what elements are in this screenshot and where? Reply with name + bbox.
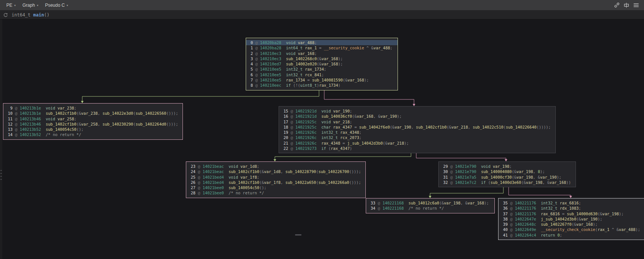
token-at: @ <box>13 127 20 132</box>
code-line[interactable]: 15 @ 14021921d void var_190; <box>283 108 551 114</box>
token-ad: 14020ba28 <box>260 40 281 45</box>
token-p: ); <box>364 78 369 82</box>
basic-block[interactable]: 9 @ 140213b1e void var_238;10 @ 140213b1… <box>3 103 183 140</box>
token-p: ); <box>338 62 343 66</box>
code-line[interactable]: 13 @ 140213b52 sub_140054c50(); <box>8 127 178 132</box>
token-ln: 30 <box>443 169 448 174</box>
token-at: @ <box>288 135 295 140</box>
code-line[interactable]: 3 @ 140210ec3 sub_1402268c0(&var_168); <box>251 56 393 61</box>
code-line[interactable]: 33 @ 140221168 sub_14012c6a0(&var_198, &… <box>371 200 490 206</box>
code-line[interactable]: 26 @ 14021bed4 sub_1402cf1b0(&var_1f8, s… <box>191 180 361 185</box>
token-v: rcx_2073 <box>340 135 359 140</box>
feature-map-mark <box>0 179 2 180</box>
code-line[interactable]: 34 @ 140221168 /* no return */ <box>371 206 490 211</box>
code-line[interactable]: 24 @ 14021beac sub_1402cf1b0(&var_1d8, s… <box>191 169 361 174</box>
token-v: rax_4347 <box>331 146 350 151</box>
token-p <box>317 130 322 135</box>
code-line[interactable]: 21 @ 14021926c rax_4348 = j_sub_14042d3b… <box>283 141 551 146</box>
horizontal-scrollbar-handle[interactable] <box>295 234 301 235</box>
token-ln: 12 <box>8 122 13 126</box>
token-p: ())); <box>166 122 178 126</box>
code-line[interactable]: 16 @ 14021921d sub_140036cf0(&var_168, &… <box>283 114 551 119</box>
basic-block[interactable]: 33 @ 140221168 sub_14012c6a0(&var_198, &… <box>366 198 495 213</box>
basic-block[interactable]: 23 @ 14021beac void var_1d8;24 @ 14021be… <box>186 161 366 198</box>
token-v: rcx_841 <box>305 73 321 77</box>
code-line[interactable]: 4 @ 140210ed7 sub_14002e020(&var_168); <box>251 61 393 67</box>
code-line[interactable]: 11 @ 140213b46 void var_258; <box>8 116 178 121</box>
token-v: var_1d8 <box>264 169 280 174</box>
token-ln: 15 <box>283 109 288 113</box>
code-line[interactable]: 0 @ 14020ba28 void var_488; <box>246 40 398 45</box>
token-f: sub_14012c6a0 <box>408 201 439 205</box>
sync-addresses-icon[interactable] <box>622 1 631 10</box>
token-p: , <box>533 169 538 174</box>
code-line[interactable]: 31 @ 14021e7a5 sub_14000cf30(&var_198, &… <box>443 175 571 180</box>
code-line[interactable]: 14 @ 140213b52 /* no return */ <box>8 132 178 137</box>
basic-block[interactable]: 15 @ 14021921d void var_190;16 @ 1402192… <box>279 106 556 153</box>
code-line[interactable]: 40 @ 14022649e __security_check_cookie(r… <box>503 227 640 232</box>
token-ln: 26 <box>191 180 196 185</box>
code-line[interactable]: 17 @ 14021925c void var_218; <box>283 119 551 124</box>
code-line[interactable]: 35 @ 140221176 int32_t rax_6816; <box>503 200 640 206</box>
token-f: sub_1400d3e60 <box>491 180 521 185</box>
code-line[interactable]: 36 @ 140221176 int32_t rdx_1083; <box>503 206 640 211</box>
token-at: @ <box>288 141 295 145</box>
code-line[interactable]: 22 @ 140219273 if (rax_4347) <box>283 146 551 151</box>
code-line[interactable]: 38 @ 14022647e j_sub_14042d3b0(&var_190)… <box>503 216 640 222</box>
menu-item-graph[interactable]: Graph ▾ <box>19 0 42 10</box>
token-at: @ <box>448 175 455 179</box>
menu-item-pseudo-c[interactable]: Pseudo C ▾ <box>42 0 71 10</box>
token-at: @ <box>196 185 203 190</box>
token-p: ; <box>560 233 562 237</box>
code-line[interactable]: 18 @ 14021925c char rax_4347 = sub_14042… <box>283 124 551 130</box>
code-line[interactable]: 37 @ 140221176 rax_6816 = sub_14000d630(… <box>503 211 640 216</box>
code-line[interactable]: 1 @ 14020ba28 int64_t rax_1 = __security… <box>251 45 393 50</box>
graph-canvas[interactable]: 0 @ 14020ba28 void var_488;1 @ 14020ba28… <box>0 0 644 259</box>
token-v: rax_4348 <box>321 141 340 145</box>
code-line[interactable]: 32 @ 14021e7c2 if (sub_1400d3e60(&var_19… <box>443 180 571 185</box>
token-f: sub_1402264d0 <box>135 122 166 126</box>
token-p <box>224 164 229 169</box>
hamburger-menu-icon[interactable] <box>631 1 641 10</box>
code-line[interactable]: 27 @ 14021bee0 sub_140054c50(); <box>191 185 361 190</box>
code-line[interactable]: 12 @ 140213b46 sub_1402cf1b0(&var_258, s… <box>8 121 178 127</box>
code-line[interactable]: 20 @ 14021926c int32_t rcx_2073; <box>283 135 551 140</box>
token-ln: 32 <box>443 180 448 185</box>
token-p: (& <box>390 125 395 129</box>
basic-block[interactable]: 35 @ 140221176 int32_t rax_6816;36 @ 140… <box>498 198 644 240</box>
token-at: @ <box>13 122 20 126</box>
code-line[interactable]: 5 @ 140210ee5 int32_t rax_1734; <box>251 67 393 72</box>
token-f: sub_14022a650 <box>285 180 316 185</box>
basic-block[interactable]: 29 @ 14021e790 void var_198;30 @ 14021e7… <box>438 161 576 187</box>
code-line[interactable]: 39 @ 14022648c sub_1402267f0(&var_168); <box>503 222 640 227</box>
link-icon[interactable] <box>612 1 622 10</box>
token-p <box>281 83 286 87</box>
function-signature[interactable]: int64_t main() <box>12 12 49 18</box>
code-line[interactable]: 9 @ 140213b1e void var_238; <box>8 105 178 111</box>
code-line[interactable]: 25 @ 14021bed4 void var_1f8; <box>191 175 361 180</box>
code-line[interactable]: 28 @ 14021bee0 /* no return */ <box>191 190 361 195</box>
token-p: )) <box>566 180 571 185</box>
token-ad: 140213b1e <box>20 111 41 115</box>
code-line[interactable]: 10 @ 140213b1e sub_1402cf1b0(&var_238, s… <box>8 111 178 116</box>
code-line[interactable]: 19 @ 14021926c int32_t rax_4348; <box>283 130 551 135</box>
basic-block[interactable]: 0 @ 14020ba28 void var_488;1 @ 14020ba28… <box>246 38 398 90</box>
code-line[interactable]: 7 @ 140210ee5 rax_1734 = sub_140081590(&… <box>251 77 393 83</box>
token-p: ())); <box>349 169 361 174</box>
token-v: var_198 <box>516 169 533 174</box>
token-c: /* no return */ <box>408 206 444 210</box>
token-p: ); <box>397 114 402 118</box>
menu-item-pe[interactable]: PE ▾ <box>3 0 19 10</box>
code-line[interactable]: 23 @ 14021beac void var_1d8; <box>191 164 361 169</box>
refresh-icon[interactable] <box>3 12 9 18</box>
code-line[interactable]: 2 @ 140210ec3 void var_168; <box>251 51 393 56</box>
token-p <box>224 191 229 195</box>
code-line[interactable]: 29 @ 14021e790 void var_198; <box>443 164 571 169</box>
code-line[interactable]: 8 @ 140210eec if (!(uint8_t)rax_1734) <box>251 83 393 88</box>
feature-map[interactable] <box>0 19 2 259</box>
code-line[interactable]: 41 @ 1402264c4 return 0; <box>503 232 640 238</box>
code-line[interactable]: 6 @ 140210ee5 int32_t rcx_841; <box>251 72 393 77</box>
code-line[interactable]: 30 @ 14021e790 sub_140004080(&var_198, 8… <box>443 169 571 174</box>
token-ln: 38 <box>503 217 508 221</box>
token-at: @ <box>196 191 203 195</box>
